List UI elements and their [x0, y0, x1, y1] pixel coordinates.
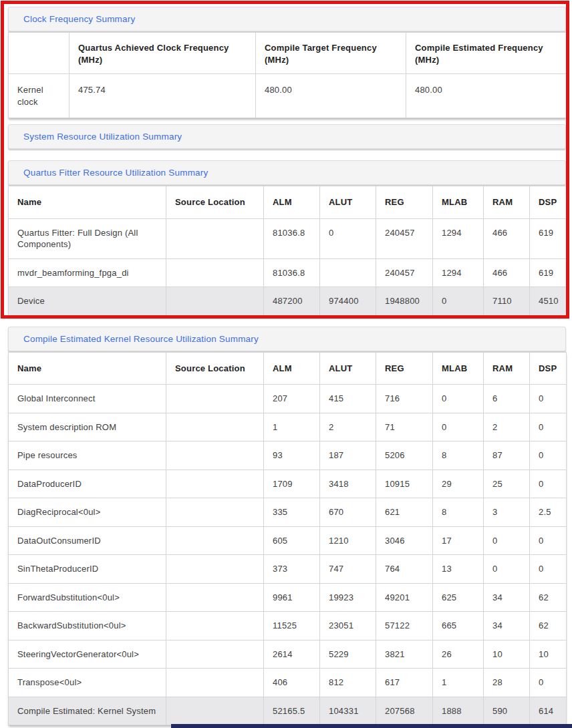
- row-name-cell: mvdr_beamforming_fpga_di: [9, 258, 166, 287]
- value-cell: 4510: [530, 287, 567, 316]
- value-cell: 13: [433, 555, 484, 584]
- table-row: Global Interconnect207415716060: [9, 385, 567, 413]
- value-cell: 0: [530, 526, 567, 555]
- row-name-cell: Compile Estimated: Kernel System: [9, 697, 166, 725]
- value-cell: 480.00: [256, 74, 406, 118]
- value-cell: 0: [530, 413, 567, 441]
- row-name-cell: Quartus Fitter: Full Design (All Compone…: [9, 218, 166, 258]
- section-link-clock-frequency[interactable]: Clock Frequency Summary: [23, 14, 135, 24]
- value-cell: 0: [484, 555, 530, 584]
- value-cell: 8: [433, 498, 484, 527]
- clock-frequency-table: Quartus Achieved Clock Frequency (MHz)Co…: [8, 32, 567, 118]
- value-cell: 0: [530, 555, 567, 584]
- source-location-cell: [166, 218, 264, 258]
- column-header: ALM: [264, 352, 320, 385]
- section-link-quartus-fitter[interactable]: Quartus Fitter Resource Utilization Summ…: [23, 168, 208, 178]
- bottom-navy-bar: [171, 724, 572, 728]
- value-cell: 0: [530, 441, 567, 470]
- row-name-cell: DiagReciprocal<0ul>: [9, 498, 166, 527]
- value-cell: 0: [433, 413, 484, 441]
- value-cell: 670: [320, 498, 376, 527]
- table-row: BackwardSubstitution<0ul>115252305157122…: [9, 612, 567, 641]
- value-cell: 335: [264, 498, 320, 527]
- value-cell: 1709: [264, 470, 320, 498]
- section-header-quartus-fitter[interactable]: Quartus Fitter Resource Utilization Summ…: [8, 160, 566, 185]
- source-location-cell: [166, 470, 264, 498]
- value-cell: 1210: [320, 526, 376, 555]
- table-row: SteeringVectorGenerator<0ul>261452293821…: [9, 640, 567, 669]
- value-cell: 0: [530, 470, 567, 498]
- row-name-cell: Kernel clock: [9, 74, 69, 118]
- value-cell: 71: [376, 413, 433, 441]
- value-cell: 487200: [264, 287, 320, 316]
- value-cell: 62: [530, 612, 567, 641]
- section-header-system-resource[interactable]: System Resource Utilization Summary: [8, 124, 566, 149]
- value-cell: 10915: [376, 470, 433, 498]
- value-cell: 62: [530, 583, 567, 612]
- value-cell: 57122: [376, 612, 433, 641]
- column-header: DSP: [530, 352, 567, 385]
- table-header-row: Quartus Achieved Clock Frequency (MHz)Co…: [9, 33, 567, 74]
- column-header: Name: [9, 352, 166, 385]
- value-cell: 11525: [264, 612, 320, 641]
- value-cell: 625: [433, 583, 484, 612]
- value-cell: 81036.8: [264, 258, 320, 287]
- row-name-cell: System description ROM: [9, 413, 166, 441]
- row-name-cell: SinThetaProducerID: [9, 555, 166, 584]
- value-cell: 1294: [433, 218, 484, 258]
- value-cell: 52165.5: [264, 697, 320, 725]
- value-cell: 406: [264, 669, 320, 697]
- value-cell: 8: [433, 441, 484, 470]
- value-cell: 28: [484, 669, 530, 697]
- value-cell: 34: [484, 583, 530, 612]
- value-cell: 19923: [320, 583, 376, 612]
- value-cell: 26: [433, 640, 484, 669]
- value-cell: 2: [484, 413, 530, 441]
- table-row: SinThetaProducerID3737477641300: [9, 555, 567, 584]
- section-link-system-resource[interactable]: System Resource Utilization Summary: [23, 132, 182, 142]
- value-cell: 240457: [376, 218, 433, 258]
- value-cell: 621: [376, 498, 433, 527]
- value-cell: 590: [484, 697, 530, 725]
- section-header-clock-frequency[interactable]: Clock Frequency Summary: [8, 7, 566, 31]
- section-link-compile-estimated[interactable]: Compile Estimated Kernel Resource Utiliz…: [23, 334, 259, 344]
- column-header: Quartus Achieved Clock Frequency (MHz): [69, 33, 256, 74]
- table-row: Quartus Fitter: Full Design (All Compone…: [9, 218, 567, 258]
- source-location-cell: [166, 385, 264, 413]
- source-location-cell: [166, 555, 264, 584]
- table-row: DataOutConsumerID605121030461700: [9, 526, 567, 555]
- value-cell: 5206: [376, 441, 433, 470]
- value-cell: 87: [484, 441, 530, 470]
- value-cell: 7110: [484, 287, 530, 316]
- value-cell: 2: [320, 413, 376, 441]
- value-cell: 104331: [320, 697, 376, 725]
- value-cell: 49201: [376, 583, 433, 612]
- column-header: Compile Target Frequency (MHz): [256, 33, 406, 74]
- report-content: Clock Frequency Summary Quartus Achieved…: [8, 0, 566, 725]
- value-cell: 1888: [433, 697, 484, 725]
- column-header: [9, 33, 69, 74]
- value-cell: 0: [484, 526, 530, 555]
- column-header: Name: [9, 186, 166, 219]
- value-cell: 614: [530, 697, 567, 725]
- value-cell: 34: [484, 612, 530, 641]
- source-location-cell: [166, 612, 264, 641]
- value-cell: 974400: [320, 287, 376, 316]
- column-header: REG: [376, 186, 433, 219]
- value-cell: 2.5: [530, 498, 567, 527]
- value-cell: 3046: [376, 526, 433, 555]
- row-name-cell: Device: [9, 287, 166, 316]
- value-cell: 480.00: [406, 74, 567, 118]
- table-row: Device4872009744001948800071104510: [9, 287, 567, 316]
- table-row: Pipe resources9318752068870: [9, 441, 567, 470]
- value-cell: 415: [320, 385, 376, 413]
- value-cell: 619: [530, 258, 567, 287]
- section-header-compile-estimated[interactable]: Compile Estimated Kernel Resource Utiliz…: [8, 327, 566, 351]
- row-name-cell: Global Interconnect: [9, 385, 166, 413]
- value-cell: 747: [320, 555, 376, 584]
- value-cell: 6: [484, 385, 530, 413]
- table-row: System description ROM1271020: [9, 413, 567, 441]
- column-header: Compile Estimated Frequency (MHz): [406, 33, 567, 74]
- value-cell: 812: [320, 669, 376, 697]
- value-cell: 207: [264, 385, 320, 413]
